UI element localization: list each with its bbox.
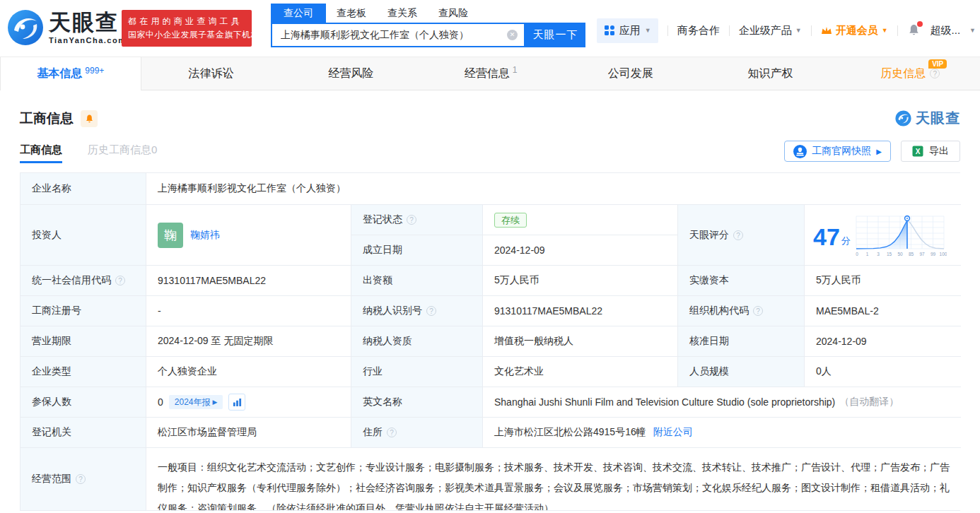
apps-menu-button[interactable]: 应用 ▼ xyxy=(597,18,658,43)
top-header: 天眼查 TianYanCha.com 都在用的商业查询工具 国家中小企业发展子基… xyxy=(0,0,980,57)
field-value-business-term: 2024-12-09 至 无固定期限 xyxy=(146,326,351,357)
annual-report-badge[interactable]: 2024年报 ▶ xyxy=(169,395,223,409)
company-nav-tabs: 基本信息 999+ 法律诉讼 经营风险 经营信息 1 公司发展 知识产权 VIP… xyxy=(0,57,980,90)
field-label-credit-code: 统一社会信用代码 xyxy=(21,266,146,296)
search-tab-boss[interactable]: 查老板 xyxy=(326,4,377,23)
menu-item-vip[interactable]: 开通会员 ▼ xyxy=(821,24,888,37)
field-label-address: 住所 xyxy=(351,418,483,448)
help-icon[interactable] xyxy=(930,69,940,78)
field-label-approval-date: 核准日期 xyxy=(678,326,805,357)
help-icon[interactable] xyxy=(407,215,416,225)
label-text: 天眼评分 xyxy=(689,229,729,242)
chevron-down-icon: ▼ xyxy=(645,27,651,34)
field-value-taxpayer-id: 91310117MAE5MBAL22 xyxy=(483,296,678,326)
subtab-business-info[interactable]: 工商信息 xyxy=(20,143,62,163)
tab-basic-info[interactable]: 基本信息 999+ xyxy=(0,57,141,90)
subtab-history-business-info[interactable]: 历史工商信息0 xyxy=(88,143,157,163)
slogan-line1: 都在用的商业查询工具 xyxy=(128,15,245,28)
tab-intellectual-property[interactable]: 知识产权 xyxy=(701,57,841,90)
help-icon[interactable] xyxy=(733,230,743,240)
field-label-company-name: 企业名称 xyxy=(21,173,146,205)
tab-label: 历史信息 xyxy=(880,66,926,81)
main-content: 工商信息 天眼查 工商信息 历史工商信息0 xyxy=(0,109,980,511)
search-input[interactable] xyxy=(272,24,524,46)
tab-label: 经营信息 xyxy=(465,66,510,81)
field-value-company-name: 上海橘事顺利影视文化工作室（个人独资） xyxy=(146,173,961,205)
svg-text:85: 85 xyxy=(909,252,914,256)
business-term: 2024-12-09 至 无固定期限 xyxy=(158,335,273,348)
field-label-insured-count: 参保人数 xyxy=(21,387,146,418)
label-text: 营业期限 xyxy=(32,335,71,348)
label-text: 英文名称 xyxy=(363,396,402,408)
crown-icon xyxy=(821,25,832,35)
search-tab-relation[interactable]: 查关系 xyxy=(377,4,428,23)
help-icon[interactable] xyxy=(76,474,86,484)
help-icon[interactable] xyxy=(387,428,397,437)
svg-text:0: 0 xyxy=(856,252,858,256)
approval-date: 2024-12-09 xyxy=(816,336,867,347)
search-tab-risk[interactable]: 查风险 xyxy=(428,4,479,23)
apps-grid-icon xyxy=(604,25,615,36)
investor-avatar[interactable]: 鞠 xyxy=(158,223,183,248)
investor-name-link[interactable]: 鞠婧祎 xyxy=(190,229,220,242)
svg-text:15: 15 xyxy=(887,252,892,256)
field-value-taxpayer-quality: 增值税一般纳税人 xyxy=(483,326,678,357)
chevron-down-icon[interactable]: ▼ xyxy=(969,27,976,34)
field-value-staff-size: 0人 xyxy=(805,357,961,387)
tab-legal[interactable]: 法律诉讼 xyxy=(141,57,281,90)
menu-item-enterprise[interactable]: 企业级产品 ▼ xyxy=(739,24,802,37)
tab-label: 基本信息 xyxy=(37,66,82,81)
tab-operation-risk[interactable]: 经营风险 xyxy=(281,57,421,90)
label-text: 出资额 xyxy=(363,274,392,287)
field-label-investor: 投资人 xyxy=(21,205,146,266)
reg-number: - xyxy=(158,305,161,317)
search-area: 查公司 查老板 查关系 查风险 ✕ 天眼一下 xyxy=(271,4,585,47)
brand-domain: TianYanCha.com xyxy=(49,35,126,46)
label-text: 企业类型 xyxy=(32,365,71,378)
search-button[interactable]: 天眼一下 xyxy=(525,23,585,47)
vip-badge: VIP xyxy=(928,59,947,69)
registration-authority: 松江区市场监督管理局 xyxy=(158,426,257,439)
field-value-establish-date: 2024-12-09 xyxy=(483,235,678,266)
snapshot-label: 工商官网快照 xyxy=(812,145,871,158)
chevron-down-icon: ▼ xyxy=(882,27,888,34)
enterprise-label: 企业级产品 xyxy=(739,24,792,37)
label-text: 登记状态 xyxy=(363,213,402,226)
clear-search-icon[interactable]: ✕ xyxy=(507,30,518,40)
tianyancha-logo[interactable]: 天眼查 TianYanCha.com xyxy=(7,9,126,46)
monitor-bell-button[interactable] xyxy=(81,110,98,127)
search-tab-company[interactable]: 查公司 xyxy=(271,4,326,23)
field-value-industry: 文化艺术业 xyxy=(483,357,678,387)
field-label-staff-size: 人员规模 xyxy=(678,357,805,387)
tab-company-development[interactable]: 公司发展 xyxy=(561,57,701,90)
label-text: 组织机构代码 xyxy=(689,305,749,317)
field-value-credit-code: 91310117MAE5MBAL22 xyxy=(146,266,351,296)
field-label-company-type: 企业类型 xyxy=(21,357,146,387)
help-icon[interactable] xyxy=(426,306,436,316)
divider xyxy=(729,25,730,36)
help-icon[interactable] xyxy=(115,276,125,285)
field-label-score: 天眼评分 xyxy=(678,205,805,266)
credit-code: 91310117MAE5MBAL22 xyxy=(158,275,266,286)
notifications-bell-icon[interactable] xyxy=(907,23,921,37)
help-icon[interactable] xyxy=(753,306,763,316)
nearby-companies-link[interactable]: 附近公司 xyxy=(653,426,693,439)
header-menu: 应用 ▼ 商务合作 企业级产品 ▼ 开通会员 ▼ xyxy=(597,18,976,43)
field-label-taxpayer-id: 纳税人识别号 xyxy=(351,296,483,326)
official-snapshot-button[interactable]: 工商官网快照 ▶ xyxy=(784,141,891,162)
label-text: 投资人 xyxy=(32,229,62,242)
field-value-reg-number: - xyxy=(146,296,351,326)
menu-item-cooperation[interactable]: 商务合作 xyxy=(677,24,720,37)
export-button[interactable]: X 导出 xyxy=(901,141,960,162)
slogan-line2: 国家中小企业发展子基金旗下机构 xyxy=(128,28,245,42)
menu-item-super[interactable]: 超级... xyxy=(931,24,961,37)
tab-history-info[interactable]: VIP 历史信息 xyxy=(840,57,980,90)
chevron-down-icon: ▼ xyxy=(795,27,802,34)
bell-icon xyxy=(85,114,94,124)
insured-trend-chart-button[interactable] xyxy=(228,394,245,411)
tab-count: 1 xyxy=(513,65,518,75)
tab-operation-info[interactable]: 经营信息 1 xyxy=(421,57,561,90)
super-label: 超级... xyxy=(931,24,961,37)
field-label-business-term: 营业期限 xyxy=(21,326,146,357)
divider xyxy=(811,25,812,36)
